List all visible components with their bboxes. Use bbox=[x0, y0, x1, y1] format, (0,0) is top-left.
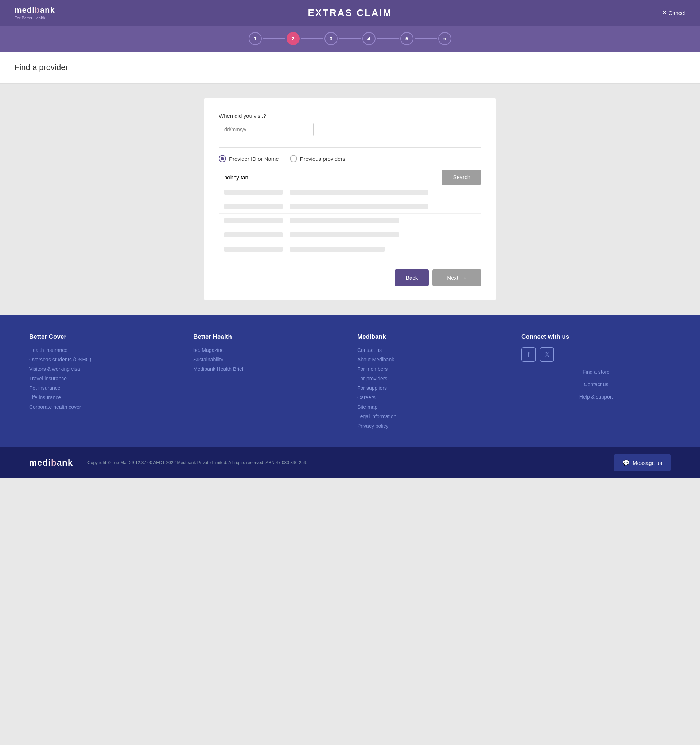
logo: medibank For Better Health bbox=[15, 6, 55, 20]
facebook-icon[interactable]: f bbox=[521, 347, 536, 362]
footer-link-legal[interactable]: Legal information bbox=[357, 413, 507, 419]
footer-col-better-cover: Better Cover Health insurance Overseas s… bbox=[29, 333, 179, 432]
step-2[interactable]: 2 bbox=[287, 32, 300, 45]
footer-link-find-store[interactable]: Find a store bbox=[583, 369, 610, 375]
footer-link-suppliers[interactable]: For suppliers bbox=[357, 385, 507, 391]
step-circle-5: 5 bbox=[400, 32, 413, 45]
step-circle-4: 4 bbox=[362, 32, 375, 45]
step-line-4 bbox=[377, 38, 399, 39]
footer-link-health-brief[interactable]: Medibank Health Brief bbox=[193, 366, 343, 372]
footer-link-about[interactable]: About Medibank bbox=[357, 357, 507, 362]
step-line-5 bbox=[415, 38, 437, 39]
main-content: When did you visit? Provider ID or Name … bbox=[0, 84, 700, 315]
step-circle-6: ∞ bbox=[438, 32, 451, 45]
footer-link-pet[interactable]: Pet insurance bbox=[29, 385, 179, 391]
step-5[interactable]: 5 bbox=[400, 32, 413, 45]
footer-link-magazine[interactable]: be. Magazine bbox=[193, 347, 343, 353]
result-name-1 bbox=[290, 190, 428, 195]
step-6[interactable]: ∞ bbox=[438, 32, 451, 45]
result-id-5 bbox=[224, 247, 283, 251]
footer-link-careers[interactable]: Careers bbox=[357, 395, 507, 400]
back-button[interactable]: Back bbox=[395, 269, 429, 286]
step-line-2 bbox=[301, 38, 323, 39]
twitter-icon[interactable]: 𝕏 bbox=[540, 347, 554, 362]
radio-provider-id[interactable]: Provider ID or Name bbox=[219, 155, 279, 162]
table-row[interactable] bbox=[219, 242, 481, 256]
logo-tagline: For Better Health bbox=[15, 16, 45, 20]
footer-col-better-health: Better Health be. Magazine Sustainabilit… bbox=[193, 333, 343, 432]
nav-buttons: Back Next → bbox=[219, 264, 481, 286]
visit-date-input[interactable] bbox=[219, 123, 314, 136]
next-button[interactable]: Next → bbox=[432, 269, 481, 286]
results-dropdown bbox=[219, 185, 481, 256]
footer-logo: medibank bbox=[29, 458, 73, 468]
footer-col1-heading: Better Cover bbox=[29, 333, 179, 341]
footer-link-travel[interactable]: Travel insurance bbox=[29, 375, 179, 381]
radio-label-1: Provider ID or Name bbox=[229, 156, 279, 162]
connect-links: Find a store Contact us Help & support bbox=[521, 369, 671, 403]
logo-text: medibank bbox=[15, 6, 55, 15]
step-circle-2: 2 bbox=[287, 32, 300, 45]
footer-copyright: Copyright © Tue Mar 29 12:37:00 AEDT 202… bbox=[88, 460, 599, 465]
step-3[interactable]: 3 bbox=[325, 32, 338, 45]
steps-bar: 1 2 3 4 5 ∞ bbox=[0, 25, 700, 52]
step-4[interactable]: 4 bbox=[362, 32, 375, 45]
visit-date-group: When did you visit? bbox=[219, 113, 481, 136]
footer-link-health-insurance[interactable]: Health insurance bbox=[29, 347, 179, 353]
form-card: When did you visit? Provider ID or Name … bbox=[204, 98, 496, 301]
footer-link-members[interactable]: For members bbox=[357, 366, 507, 372]
result-id-4 bbox=[224, 232, 283, 237]
result-id-1 bbox=[224, 190, 283, 195]
footer-link-providers[interactable]: For providers bbox=[357, 375, 507, 381]
radio-previous[interactable]: Previous providers bbox=[290, 155, 345, 162]
footer-col2-heading: Better Health bbox=[193, 333, 343, 341]
footer-link-contact-us[interactable]: Contact us bbox=[584, 381, 609, 387]
result-id-2 bbox=[224, 204, 283, 209]
radio-label-2: Previous providers bbox=[300, 156, 345, 162]
search-button[interactable]: Search bbox=[442, 169, 481, 184]
radio-circle-2 bbox=[290, 155, 297, 162]
page-title: EXTRAS CLAIM bbox=[308, 7, 392, 19]
find-provider-header: Find a provider bbox=[0, 52, 700, 84]
footer-link-privacy[interactable]: Privacy policy bbox=[357, 423, 507, 429]
form-divider bbox=[219, 147, 481, 148]
footer-link-contact[interactable]: Contact us bbox=[357, 347, 507, 353]
arrow-right-icon: → bbox=[461, 275, 467, 281]
step-1[interactable]: 1 bbox=[249, 32, 262, 45]
message-us-button[interactable]: 💬 Message us bbox=[614, 454, 671, 471]
result-name-5 bbox=[290, 247, 384, 251]
footer-grid: Better Cover Health insurance Overseas s… bbox=[29, 333, 671, 432]
footer-col4-heading: Connect with us bbox=[521, 333, 671, 341]
search-container: Search bbox=[219, 169, 481, 256]
header: medibank For Better Health EXTRAS CLAIM … bbox=[0, 0, 700, 25]
footer-link-oshc[interactable]: Overseas students (OSHC) bbox=[29, 357, 179, 362]
footer-link-life[interactable]: Life insurance bbox=[29, 395, 179, 400]
footer-col-medibank: Medibank Contact us About Medibank For m… bbox=[357, 333, 507, 432]
table-row[interactable] bbox=[219, 228, 481, 242]
step-circle-1: 1 bbox=[249, 32, 262, 45]
footer-link-sitemap[interactable]: Site map bbox=[357, 404, 507, 410]
step-line-1 bbox=[263, 38, 285, 39]
footer-col3-heading: Medibank bbox=[357, 333, 507, 341]
footer-link-sustainability[interactable]: Sustainability bbox=[193, 357, 343, 362]
table-row[interactable] bbox=[219, 185, 481, 199]
find-provider-title: Find a provider bbox=[15, 63, 685, 72]
result-name-4 bbox=[290, 232, 399, 237]
radio-circle-1 bbox=[219, 155, 226, 162]
footer-bottom: medibank Copyright © Tue Mar 29 12:37:00… bbox=[0, 447, 700, 479]
step-line-3 bbox=[339, 38, 361, 39]
result-name-3 bbox=[290, 218, 399, 223]
table-row[interactable] bbox=[219, 214, 481, 228]
footer-main: Better Cover Health insurance Overseas s… bbox=[0, 315, 700, 447]
footer-link-help[interactable]: Help & support bbox=[579, 394, 613, 399]
radio-group: Provider ID or Name Previous providers bbox=[219, 155, 481, 162]
search-row: Search bbox=[219, 169, 481, 185]
message-icon: 💬 bbox=[623, 459, 630, 466]
cancel-button[interactable]: ✕ Cancel bbox=[662, 9, 685, 16]
footer-link-corporate[interactable]: Corporate health cover bbox=[29, 404, 179, 410]
footer-link-visitors[interactable]: Visitors & working visa bbox=[29, 366, 179, 372]
table-row[interactable] bbox=[219, 199, 481, 214]
step-circle-3: 3 bbox=[325, 32, 338, 45]
search-input[interactable] bbox=[219, 169, 442, 185]
footer-col-connect: Connect with us f 𝕏 Find a store Contact… bbox=[521, 333, 671, 432]
